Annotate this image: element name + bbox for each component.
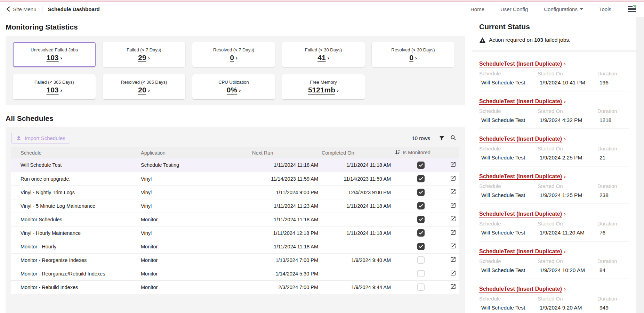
monitored-checkbox[interactable] xyxy=(417,229,425,237)
stat-card: Free Memory 5121mb › xyxy=(282,74,365,99)
monitored-checkbox[interactable] xyxy=(417,162,425,169)
nav-link-tools[interactable]: Tools xyxy=(599,6,611,12)
cell-next-run: 1/14/2024 5:30 PM xyxy=(252,267,322,280)
sidebar-section-divider xyxy=(472,50,636,52)
schedule-test-link[interactable]: ScheduleTest (Insert Duplicate) › xyxy=(479,61,566,67)
open-in-new-icon[interactable] xyxy=(450,175,456,181)
table-row[interactable]: Vinyl - Nightly Trim Logs Vinyl 1/11/202… xyxy=(11,186,459,199)
nav-link-user-config[interactable]: User Config xyxy=(500,6,528,12)
open-in-new-icon[interactable] xyxy=(450,229,456,236)
nav-link-configurations[interactable]: Configurations xyxy=(544,6,583,12)
stat-card-value-link[interactable]: 103 › xyxy=(46,86,62,94)
column-header-application[interactable]: Application xyxy=(141,147,252,158)
failed-job-entry: ScheduleTest (Insert Duplicate) › Schedu… xyxy=(479,173,629,204)
column-header-is-monitored[interactable]: Is Monitored xyxy=(395,147,447,158)
current-status-sidebar: Current Status Action required on 103 fa… xyxy=(472,17,636,313)
open-in-new-icon[interactable] xyxy=(450,189,456,195)
column-header-next-run[interactable]: Next Run xyxy=(252,147,322,158)
entry-schedule: Will Schedule Test xyxy=(479,117,538,123)
monitored-checkbox[interactable] xyxy=(417,243,425,250)
table-row[interactable]: Monitor - Reorganize Indexes Monitor 1/1… xyxy=(11,253,459,267)
stat-card: Failed (< 7 Days) 29 › xyxy=(103,42,185,67)
main-content: Monitoring Statistics Unresolved Failed … xyxy=(0,17,472,313)
cell-application: Monitor xyxy=(141,267,252,280)
schedule-test-link[interactable]: ScheduleTest (Insert Duplicate) › xyxy=(479,211,566,217)
open-in-new-icon[interactable] xyxy=(450,270,456,276)
chevron-right-icon: › xyxy=(564,249,566,254)
cell-schedule: Monitor Schedules xyxy=(11,213,141,226)
schedule-test-link[interactable]: ScheduleTest (Insert Duplicate) › xyxy=(479,286,566,292)
monitored-checkbox[interactable] xyxy=(417,270,425,277)
monitored-checkbox[interactable] xyxy=(417,216,425,223)
import-schedules-button[interactable]: Import Schedules xyxy=(11,133,70,143)
open-in-new-icon[interactable] xyxy=(450,216,456,222)
stat-card-value-link[interactable]: 0 › xyxy=(230,53,238,62)
entry-value-row: Will Schedule Test 1/9/2024 9:20 AM 949 xyxy=(479,305,629,311)
stat-card-value-link[interactable]: 20 › xyxy=(138,86,150,94)
cell-completed-on xyxy=(322,267,395,280)
open-in-new-icon[interactable] xyxy=(450,161,456,167)
cell-completed-on xyxy=(322,213,395,226)
chevron-right-icon: › xyxy=(564,174,566,179)
site-menu-back-button[interactable]: Site Menu xyxy=(6,6,37,12)
column-header-completed-on[interactable]: Completed On xyxy=(322,147,395,158)
chevron-right-icon: › xyxy=(415,55,417,61)
entry-header-row: Schedule Started On Duration xyxy=(479,183,629,189)
stat-card: Resolved (< 365 Days) 20 › xyxy=(103,74,185,99)
schedule-test-link[interactable]: ScheduleTest (Insert Duplicate) › xyxy=(479,173,566,180)
monitored-checkbox[interactable] xyxy=(417,189,425,196)
schedule-test-link[interactable]: ScheduleTest (Insert Duplicate) › xyxy=(479,136,566,142)
table-row[interactable]: Monitor Schedules Monitor 1/11/2024 11:1… xyxy=(11,213,459,226)
monitoring-statistics-title: Monitoring Statistics xyxy=(6,23,472,31)
stat-card-value-link[interactable]: 0 › xyxy=(409,53,417,62)
cell-next-run: 1/11/2024 12:18 PM xyxy=(252,226,322,240)
filter-icon[interactable] xyxy=(436,132,448,144)
table-row[interactable]: Vinyl - 5 Minute Log Maintenance Vinyl 1… xyxy=(11,199,459,213)
table-row[interactable]: Monitor - Reorganize/Rebuild Indexes Mon… xyxy=(11,267,459,280)
stat-card-value-link[interactable]: 103 › xyxy=(46,53,62,62)
schedule-test-link[interactable]: ScheduleTest (Insert Duplicate) › xyxy=(479,248,566,255)
table-row[interactable]: Monitor - Rebuild Indexes Monitor 2/3/20… xyxy=(11,280,459,294)
nav-link-home[interactable]: Home xyxy=(470,6,484,12)
monitored-checkbox[interactable] xyxy=(417,202,425,209)
cell-application: Vinyl xyxy=(141,172,252,186)
open-in-new-icon[interactable] xyxy=(450,202,456,208)
open-in-new-icon[interactable] xyxy=(450,256,456,263)
cell-schedule: Monitor - Rebuild Indexes xyxy=(11,280,141,294)
table-row[interactable]: Run once on upgrade. Vinyl 11/14/2023 11… xyxy=(11,172,459,186)
stat-card-label: Failed (< 30 Days) xyxy=(305,47,342,52)
schedule-test-link[interactable]: ScheduleTest (Insert Duplicate) › xyxy=(479,98,566,105)
nav-divider xyxy=(42,6,42,12)
failed-job-entries: ScheduleTest (Insert Duplicate) › Schedu… xyxy=(479,61,629,313)
stat-card-label: Failed (< 7 Days) xyxy=(127,47,161,52)
chevron-right-icon: › xyxy=(236,55,238,61)
failed-job-entry: ScheduleTest (Insert Duplicate) › Schedu… xyxy=(479,248,629,279)
search-icon[interactable] xyxy=(448,132,459,144)
stat-card-value-link[interactable]: 41 › xyxy=(317,53,329,62)
table-row[interactable]: Will Schedule Test Schedule Testing 1/11… xyxy=(11,158,459,172)
failed-job-entry: ScheduleTest (Insert Duplicate) › Schedu… xyxy=(479,286,629,313)
current-status-title: Current Status xyxy=(479,23,629,31)
chevron-right-icon: › xyxy=(148,55,150,61)
monitored-checkbox[interactable] xyxy=(417,283,425,291)
entry-value-row: Will Schedule Test 1/9/2024 2:25 PM 21 xyxy=(479,155,629,161)
cell-schedule: Monitor - Reorganize Indexes xyxy=(11,253,141,267)
entry-started-on: 1/9/2024 9:20 AM xyxy=(538,305,597,311)
stat-card-value-link[interactable]: 5121mb › xyxy=(308,86,339,94)
entry-header-row: Schedule Started On Duration xyxy=(479,258,629,264)
entry-divider xyxy=(479,279,629,279)
monitored-checkbox[interactable] xyxy=(417,256,425,264)
stat-card-value-link[interactable]: 0% › xyxy=(227,86,241,94)
table-row[interactable]: Monitor - Hourly Monitor 1/11/2024 11:18… xyxy=(11,240,459,253)
scrollbar-track[interactable] xyxy=(636,17,644,313)
monitored-checkbox[interactable] xyxy=(417,175,425,182)
app-logo-icon[interactable] xyxy=(627,5,636,13)
open-in-new-icon[interactable] xyxy=(450,283,456,290)
table-row[interactable]: Vinyl - Hourly Maintenance Vinyl 1/11/20… xyxy=(11,226,459,240)
column-header-schedule[interactable]: Schedule xyxy=(11,147,141,158)
schedules-panel: Import Schedules 10 rows Schedule Applic… xyxy=(6,127,465,313)
stat-card: Failed (< 365 Days) 103 › xyxy=(13,74,96,99)
cell-next-run: 1/11/2024 11:18 AM xyxy=(252,213,322,226)
stat-card-value-link[interactable]: 29 › xyxy=(138,53,150,62)
open-in-new-icon[interactable] xyxy=(450,243,456,249)
